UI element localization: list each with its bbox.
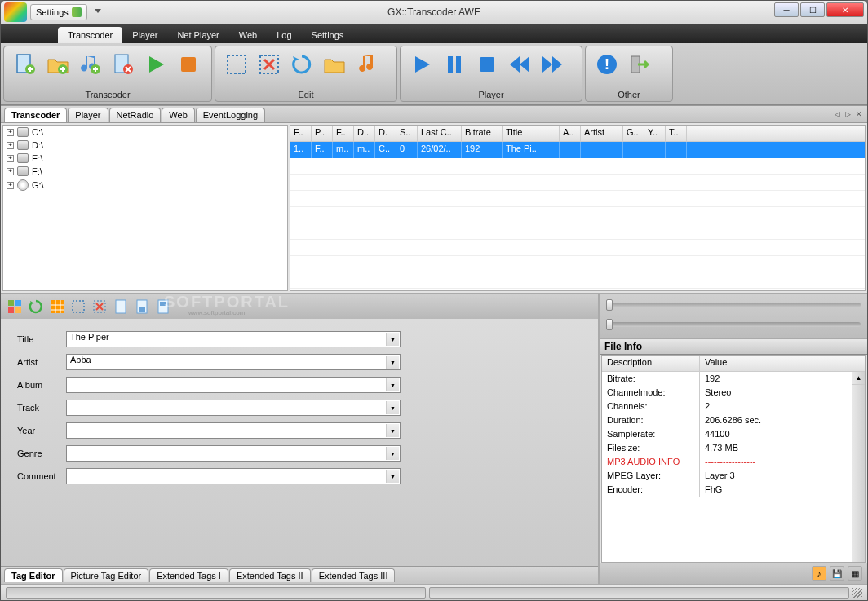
music-note-button[interactable]: [352, 50, 382, 79]
deselect-button[interactable]: [255, 50, 284, 79]
fi-header-val[interactable]: Value: [700, 356, 865, 371]
grid-column-header[interactable]: Last C..: [418, 126, 462, 141]
mini-grid-icon[interactable]: ▦: [848, 566, 862, 581]
open-folder-button[interactable]: [320, 50, 349, 79]
tab-transcoder[interactable]: Transcoder: [58, 27, 122, 43]
subtab-scroll-right[interactable]: ▷: [845, 110, 851, 118]
stop-button[interactable]: [174, 50, 203, 79]
minimize-button[interactable]: ─: [774, 2, 799, 17]
tb-doc1-icon[interactable]: [112, 298, 130, 316]
player-play-button[interactable]: [407, 50, 436, 79]
add-folder-button[interactable]: [43, 50, 73, 79]
slider-thumb[interactable]: [606, 299, 613, 311]
dropdown-arrow-icon[interactable]: ▼: [386, 356, 399, 369]
grid-column-header[interactable]: Bitrate: [462, 126, 503, 141]
tree-expand-icon[interactable]: +: [7, 142, 14, 149]
fi-header-desc[interactable]: Description: [602, 356, 700, 371]
app-icon[interactable]: [4, 2, 27, 22]
tb-doc2-icon[interactable]: [133, 298, 151, 316]
scroll-up-icon[interactable]: ▲: [852, 372, 865, 385]
dropdown-arrow-icon[interactable]: ▼: [386, 424, 399, 437]
grid-column-header[interactable]: D..: [354, 126, 375, 141]
tree-expand-icon[interactable]: +: [7, 182, 14, 189]
btab-ext-tags-3[interactable]: Extended Tags III: [312, 568, 396, 582]
tree-expand-icon[interactable]: +: [7, 129, 14, 136]
dropdown-arrow-icon[interactable]: ▼: [386, 333, 399, 346]
grid-column-header[interactable]: Title: [503, 126, 560, 141]
subtab-netradio[interactable]: NetRadio: [109, 108, 162, 122]
subtab-scroll-left[interactable]: ◁: [835, 110, 840, 118]
subtab-close[interactable]: ✕: [856, 110, 862, 118]
position-slider[interactable]: [606, 303, 861, 307]
ribbon-label-other: Other: [586, 88, 672, 101]
btab-ext-tags-1[interactable]: Extended Tags I: [149, 568, 228, 582]
tab-web[interactable]: Web: [229, 27, 267, 43]
subtab-eventlogging[interactable]: EventLogging: [196, 108, 265, 122]
tab-player[interactable]: Player: [122, 27, 167, 43]
grid-column-header[interactable]: S..: [396, 126, 418, 141]
grid-column-header[interactable]: T..: [666, 126, 687, 141]
player-pause-button[interactable]: [440, 50, 469, 79]
remove-button[interactable]: [108, 50, 138, 79]
volume-slider[interactable]: [606, 322, 861, 327]
mini-music-icon[interactable]: ♪: [812, 566, 826, 581]
add-file-button[interactable]: [11, 50, 40, 79]
info-button[interactable]: !: [592, 50, 622, 79]
tab-net-player[interactable]: Net Player: [167, 27, 228, 43]
tb-delete-icon[interactable]: [91, 298, 108, 316]
tb-cubes-icon[interactable]: [6, 298, 24, 316]
btab-picture-tag-editor[interactable]: Picture Tag Editor: [64, 568, 149, 582]
close-button[interactable]: ✕: [826, 2, 864, 17]
grid-column-header[interactable]: Y..: [644, 126, 666, 141]
tab-settings[interactable]: Settings: [302, 27, 354, 43]
tab-log[interactable]: Log: [267, 27, 301, 43]
add-music-button[interactable]: [76, 50, 105, 79]
refresh-button[interactable]: [287, 50, 317, 79]
dropdown-arrow-icon[interactable]: ▼: [386, 378, 399, 391]
player-stop-button[interactable]: [472, 50, 502, 79]
grid-column-header[interactable]: D.: [375, 126, 396, 141]
file-info-scrollbar[interactable]: ▲: [852, 372, 865, 562]
dropdown-arrow-icon[interactable]: ▼: [386, 470, 399, 483]
grid-row[interactable]: 1..F..m..m..C..026/02/..192The Pi..: [290, 142, 865, 158]
grid-column-header[interactable]: G..: [623, 126, 644, 141]
grid-column-header[interactable]: Artist: [581, 126, 623, 141]
player-prev-button[interactable]: [505, 50, 534, 79]
year-input[interactable]: ▼: [66, 422, 401, 439]
player-next-button[interactable]: [538, 50, 567, 79]
settings-dropdown[interactable]: Settings: [30, 4, 87, 20]
title-input[interactable]: The Piper▼: [66, 331, 401, 347]
btab-ext-tags-2[interactable]: Extended Tags II: [229, 568, 311, 582]
file-grid[interactable]: F..P..F..D..D.S..Last C..BitrateTitleA..…: [290, 125, 866, 291]
tb-select-icon[interactable]: [69, 298, 87, 316]
mini-save-icon[interactable]: 💾: [830, 566, 844, 581]
tree-expand-icon[interactable]: +: [7, 168, 14, 175]
drive-tree[interactable]: +C:\ +D:\ +E:\ +F:\ +G:\: [2, 125, 288, 291]
subtab-web[interactable]: Web: [162, 108, 194, 122]
tree-expand-icon[interactable]: +: [7, 155, 14, 162]
svg-rect-24: [139, 307, 145, 312]
grid-column-header[interactable]: F..: [333, 126, 354, 141]
exit-button[interactable]: [625, 50, 654, 79]
subtab-player[interactable]: Player: [68, 108, 108, 122]
comment-input[interactable]: ▼: [66, 468, 401, 484]
tb-grid-icon[interactable]: [48, 298, 66, 316]
grid-column-header[interactable]: A..: [560, 126, 581, 141]
btab-tag-editor[interactable]: Tag Editor: [4, 568, 63, 582]
genre-input[interactable]: ▼: [66, 445, 401, 462]
dropdown-arrow-icon[interactable]: ▼: [386, 447, 399, 460]
resize-grip[interactable]: [852, 588, 862, 598]
play-button[interactable]: [141, 50, 170, 79]
subtab-transcoder[interactable]: Transcoder: [4, 108, 67, 122]
grid-column-header[interactable]: P..: [312, 126, 333, 141]
dropdown-arrow-icon[interactable]: ▼: [386, 401, 399, 414]
qat-dropdown-icon[interactable]: [95, 9, 101, 15]
tb-refresh-icon[interactable]: [27, 298, 45, 316]
artist-input[interactable]: Abba▼: [66, 354, 401, 370]
select-all-button[interactable]: [222, 50, 251, 79]
slider-thumb[interactable]: [606, 319, 613, 330]
grid-column-header[interactable]: F..: [290, 126, 312, 141]
maximize-button[interactable]: ☐: [800, 2, 825, 17]
track-input[interactable]: ▼: [66, 400, 401, 416]
album-input[interactable]: ▼: [66, 377, 401, 393]
